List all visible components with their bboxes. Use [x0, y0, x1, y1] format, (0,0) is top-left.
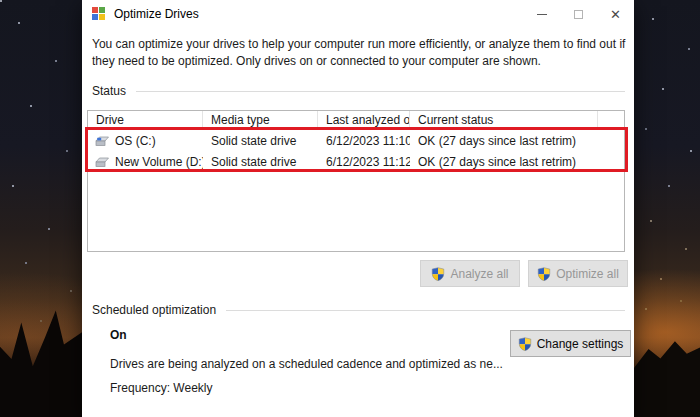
status-section-header: Status: [92, 84, 625, 98]
maximize-button[interactable]: [560, 0, 597, 28]
drive-name: New Volume (D:): [115, 155, 203, 169]
scheduled-state: On: [110, 328, 127, 342]
column-header-spacer: [598, 111, 624, 130]
window-title: Optimize Drives: [114, 7, 199, 21]
last-analyzed-cell: 6/12/2023 11:12 ...: [318, 155, 410, 169]
minimize-icon: [537, 14, 547, 15]
desktop-mountain-silhouette: [634, 338, 700, 417]
optimize-all-button[interactable]: Optimize all: [528, 260, 628, 287]
column-header-drive[interactable]: Drive: [88, 111, 203, 130]
drives-table-header: Drive Media type Last analyzed or o... C…: [88, 111, 624, 130]
scheduled-description: Drives are being analyzed on a scheduled…: [110, 357, 503, 371]
media-type-cell: Solid state drive: [203, 134, 318, 148]
os-drive-icon: [94, 135, 110, 147]
status-section-label: Status: [92, 84, 126, 98]
table-row-os-c[interactable]: OS (C:) Solid state drive 6/12/2023 11:1…: [88, 130, 624, 151]
change-settings-label: Change settings: [537, 337, 624, 351]
last-analyzed-cell: 6/12/2023 11:10 ...: [318, 134, 410, 148]
drive-cell: New Volume (D:): [88, 155, 203, 169]
current-status-cell: OK (27 days since last retrim): [410, 155, 598, 169]
scheduled-section-header: Scheduled optimization: [92, 303, 625, 317]
titlebar: Optimize Drives ✕: [82, 0, 634, 28]
uac-shield-icon: [537, 267, 551, 281]
description-text: You can optimize your drives to help you…: [92, 36, 626, 70]
desktop-tree-silhouette: [0, 296, 82, 417]
maximize-icon: [574, 10, 583, 19]
uac-shield-icon: [518, 337, 532, 351]
disk-drive-icon: [94, 156, 110, 168]
drive-name: OS (C:): [115, 134, 156, 148]
table-row-new-volume-d[interactable]: New Volume (D:) Solid state drive 6/12/2…: [88, 151, 624, 172]
minimize-button[interactable]: [523, 0, 560, 28]
analyze-all-label: Analyze all: [450, 267, 508, 281]
media-type-cell: Solid state drive: [203, 155, 318, 169]
drive-cell: OS (C:): [88, 134, 203, 148]
uac-shield-icon: [431, 267, 445, 281]
status-section-divider: [136, 91, 625, 92]
change-settings-button[interactable]: Change settings: [510, 330, 631, 357]
drives-listview[interactable]: Drive Media type Last analyzed or o... C…: [87, 110, 625, 252]
analyze-all-button[interactable]: Analyze all: [420, 260, 520, 287]
window-controls: ✕: [523, 0, 634, 28]
optimize-drives-app-icon: [92, 7, 106, 21]
scheduled-section-divider: [226, 310, 625, 311]
scheduled-section-label: Scheduled optimization: [92, 303, 216, 317]
column-header-media-type[interactable]: Media type: [203, 111, 318, 130]
close-button[interactable]: ✕: [597, 0, 634, 28]
optimize-all-label: Optimize all: [556, 267, 619, 281]
close-icon: ✕: [610, 8, 621, 21]
column-header-current-status[interactable]: Current status: [410, 111, 598, 130]
current-status-cell: OK (27 days since last retrim): [410, 134, 598, 148]
scheduled-frequency: Frequency: Weekly: [110, 381, 213, 395]
optimize-drives-window: Optimize Drives ✕ You can optimize your …: [82, 0, 634, 417]
column-header-last-analyzed[interactable]: Last analyzed or o...: [318, 111, 410, 130]
